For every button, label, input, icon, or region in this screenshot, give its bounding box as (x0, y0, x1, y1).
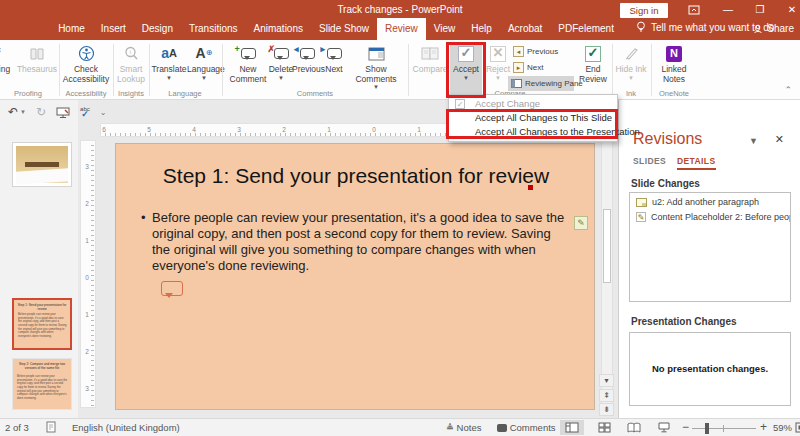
vertical-ruler: 3 2 1 0 1 2 3 (80, 140, 96, 408)
lightbulb-icon (636, 21, 646, 33)
hide-ink-icon (614, 43, 648, 64)
tab-help[interactable]: Help (463, 18, 500, 40)
slide-show-view-button[interactable] (652, 420, 676, 435)
reading-view-button[interactable] (622, 420, 646, 435)
slide-title[interactable]: Step 1: Send your presentation for revie… (136, 164, 576, 188)
thumb2-body: Before people can review your presentati… (18, 313, 67, 338)
zoom-level[interactable]: 59% (773, 422, 792, 433)
revisions-title: Revisions (633, 130, 702, 148)
scroll-down-icon[interactable]: ▾ (599, 374, 614, 387)
undo-button[interactable]: ↶▼ (8, 105, 26, 119)
change-item-placeholder[interactable]: ✎ Content Placeholder 2: Before people c… (630, 208, 790, 223)
tab-home[interactable]: Home (50, 18, 93, 40)
change-item-comment[interactable]: u2: Add another paragraph (630, 193, 790, 208)
comments-button[interactable]: Comments (497, 422, 556, 433)
slide-scrollbar[interactable] (601, 140, 613, 412)
status-bar: 2 of 3 English (United Kingdom) ≜ Notes … (0, 418, 800, 436)
revisions-tab-slides[interactable]: SLIDES (633, 156, 666, 166)
titlebar: Track changes - PowerPoint Sign in — ❐ ✕… (0, 0, 800, 40)
minimize-icon[interactable]: — (720, 3, 736, 17)
normal-view-button[interactable] (560, 420, 584, 435)
annotation-box-accept-button (446, 42, 486, 98)
slide-sorter-view-button[interactable] (592, 420, 616, 435)
scrollbar-thumb[interactable] (603, 209, 611, 283)
group-label-insights: Insights (112, 89, 150, 98)
check-accessibility-icon (61, 43, 111, 64)
reject-icon: ✕ (483, 43, 513, 64)
revisions-menu-icon[interactable]: ▼ (749, 136, 758, 146)
notes-icon: ≜ (446, 422, 454, 433)
tab-slide-show[interactable]: Slide Show (311, 18, 377, 40)
revisions-tab-details[interactable]: DETAILS (677, 156, 716, 170)
tab-animations[interactable]: Animations (246, 18, 311, 40)
tab-insert[interactable]: Insert (93, 18, 134, 40)
previous-comment-icon: ◂ (292, 43, 323, 64)
window-title: Track changes - PowerPoint (0, 4, 800, 15)
qat-customize-icon[interactable]: ⌄ (100, 108, 107, 117)
accessibility-status-icon[interactable] (46, 421, 57, 433)
qat-spelling-button[interactable]: abc✓ (80, 107, 90, 118)
bullet-glyph: • (141, 210, 146, 225)
tab-pdfelement[interactable]: PDFelement (550, 18, 622, 40)
slide-changes-list: u2: Add another paragraph ✎ Content Plac… (629, 192, 791, 302)
previous-slide-icon[interactable]: ⇞ (599, 389, 614, 402)
sign-in-button[interactable]: Sign in (620, 3, 668, 18)
start-slideshow-button[interactable] (56, 107, 70, 118)
next-slide-icon[interactable]: ⇟ (599, 403, 614, 416)
zoom-slider-track[interactable] (692, 428, 756, 429)
ribbon-display-options-icon[interactable] (686, 3, 702, 17)
close-icon[interactable]: ✕ (784, 3, 800, 17)
thumb3-title: Step 2: Compare and merge two versions o… (15, 362, 69, 370)
tab-design[interactable]: Design (134, 18, 181, 40)
slide-body-text[interactable]: Before people can review your presentati… (152, 210, 572, 274)
zoom-out-button[interactable]: − (682, 420, 689, 434)
restore-icon[interactable]: ❐ (752, 3, 768, 17)
tell-me-box[interactable]: Tell me what you want to do (622, 21, 774, 40)
tab-acrobat[interactable]: Acrobat (500, 18, 550, 40)
redo-button[interactable]: ↻ (36, 105, 46, 119)
compare-icon (410, 43, 450, 64)
new-comment-icon: + (226, 43, 270, 64)
tab-transitions[interactable]: Transitions (181, 18, 246, 40)
end-review-icon: ✓ (576, 43, 610, 64)
language-status[interactable]: English (United Kingdom) (72, 422, 180, 433)
text-change-icon: ✎ (636, 212, 646, 222)
next-change-button[interactable]: ▸ Next (510, 60, 546, 75)
revisions-pane: Revisions ▼ ✕ SLIDES DETAILS Slide Chang… (618, 100, 800, 418)
thumbnail-slide-1[interactable] (12, 142, 72, 187)
zoom-slider-thumb[interactable] (705, 423, 709, 434)
slide-indicator: 2 of 3 (5, 422, 29, 433)
tab-review[interactable]: Review (377, 18, 426, 40)
thumb3-body: Before people can review your presentati… (17, 375, 68, 400)
language-icon: A⊕ (187, 43, 221, 64)
annotation-box-menu-items (446, 109, 618, 139)
collapse-ribbon-icon[interactable]: ⌃ (784, 85, 792, 95)
previous-change-icon: ◂ (513, 46, 524, 57)
smart-lookup-icon: i (114, 43, 148, 64)
thumbnail-slide-3[interactable]: Step 2: Compare and merge two versions o… (12, 358, 72, 410)
slide-changes-heading: Slide Changes (631, 178, 700, 189)
linked-notes-icon: N (653, 43, 695, 64)
notes-button[interactable]: ≜ Notes (446, 422, 481, 433)
share-button[interactable]: Share (753, 23, 794, 34)
revision-marker[interactable] (528, 185, 533, 190)
translate-icon: aA (151, 43, 187, 64)
slide-canvas[interactable]: Step 1: Send your presentation for revie… (115, 143, 595, 410)
fit-to-window-icon[interactable] (793, 420, 800, 435)
group-label-comments: Comments (222, 89, 408, 98)
revisions-close-icon[interactable]: ✕ (775, 133, 784, 146)
group-label-proofing: Proofing (0, 89, 66, 98)
tab-file[interactable]: File (0, 18, 6, 40)
powerpoint-window: Track changes - PowerPoint Sign in — ❐ ✕… (0, 0, 800, 436)
thumb2-title: Step 1: Send your presentation for revie… (16, 303, 68, 311)
previous-change-button[interactable]: ◂ Previous (510, 44, 561, 59)
text-revision-icon[interactable]: ✎ (574, 216, 588, 230)
tab-view[interactable]: View (426, 18, 464, 40)
zoom-in-button[interactable]: + (760, 420, 767, 434)
presentation-changes-box: No presentation changes. (629, 332, 791, 406)
reviewing-pane-icon (511, 79, 522, 88)
slide-comment-icon[interactable] (161, 281, 183, 296)
zoom-slider-center-tick (723, 425, 724, 432)
thumbnail-slide-2[interactable]: Step 1: Send your presentation for revie… (12, 298, 72, 350)
comments-icon (497, 424, 507, 432)
